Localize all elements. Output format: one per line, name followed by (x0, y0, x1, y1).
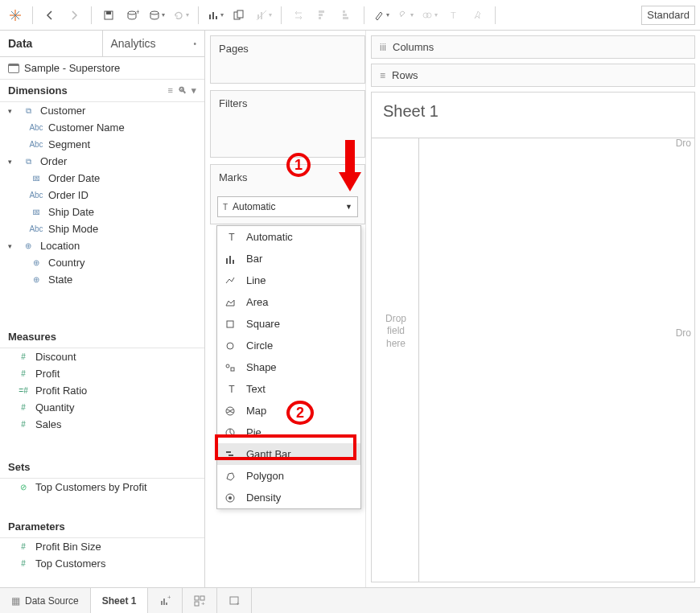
mark-shape[interactable]: Shape (217, 356, 360, 378)
attach-button[interactable] (395, 5, 416, 26)
line-icon (225, 276, 238, 286)
field-ship-mode[interactable]: AbcShip Mode (0, 220, 204, 237)
field-customer-name[interactable]: AbcCustomer Name (0, 119, 204, 136)
field-discount[interactable]: #Discount (0, 348, 204, 365)
svg-rect-17 (319, 17, 321, 19)
measures-title: Measures (8, 331, 56, 343)
tab-sheet1[interactable]: Sheet 1 (91, 588, 149, 613)
mark-density[interactable]: Density (217, 487, 360, 508)
mark-gantt-bar[interactable]: Gantt Bar (217, 443, 360, 465)
mark-automatic[interactable]: TAutomatic (217, 226, 360, 248)
datasource-row[interactable]: Sample - Superstore (0, 57, 204, 80)
back-button[interactable] (39, 5, 60, 26)
svg-point-31 (226, 364, 229, 368)
field-state[interactable]: ⊕State (0, 271, 204, 288)
filters-card[interactable]: Filters (210, 90, 365, 158)
svg-rect-10 (212, 12, 214, 19)
param-profit-bin[interactable]: #Profit Bin Size (0, 538, 204, 555)
duplicate-button[interactable] (229, 5, 250, 26)
svg-rect-40 (163, 599, 165, 605)
tab-data[interactable]: Data (0, 31, 102, 56)
dimensions-pane[interactable]: ▾⧉Customer AbcCustomer Name AbcSegment ▾… (0, 102, 204, 326)
sets-pane[interactable]: ⊘Top Customers by Profit (0, 479, 204, 516)
mark-polygon[interactable]: Polygon (217, 465, 360, 487)
drop-hint-center: Drop field here (378, 313, 414, 351)
field-sales[interactable]: #Sales (0, 416, 204, 433)
pin-button[interactable] (467, 5, 488, 26)
rows-label: Rows (392, 69, 418, 81)
analytics-menu-icon[interactable]: • (193, 39, 196, 48)
text-button[interactable]: T (443, 5, 464, 26)
svg-rect-19 (319, 10, 324, 13)
field-order-date[interactable]: 📅︎Order Date (0, 170, 204, 187)
tab-analytics[interactable]: Analytics• (102, 31, 205, 56)
field-ship-date[interactable]: 📅︎Ship Date (0, 204, 204, 220)
svg-rect-35 (226, 451, 231, 453)
svg-rect-32 (231, 368, 234, 371)
param-top-customers[interactable]: #Top Customers (0, 555, 204, 572)
database-icon (8, 64, 19, 73)
highlight-button[interactable] (371, 5, 392, 26)
dim-group-order[interactable]: ▾⧉Order (0, 153, 204, 170)
mark-text[interactable]: TText (217, 378, 360, 400)
chevron-down-icon: ▼ (345, 203, 352, 211)
search-icon[interactable]: 🔍︎ (178, 85, 187, 96)
sheet-title[interactable]: Sheet 1 (372, 93, 694, 130)
marks-type-select[interactable]: T Automatic ▼ (217, 196, 358, 217)
tab-data-source[interactable]: ▦Data Source (0, 588, 91, 613)
measures-pane[interactable]: #Discount #Profit =#Profit Ratio #Quanti… (0, 348, 204, 456)
mark-map[interactable]: Map (217, 400, 360, 422)
svg-text:+: + (236, 600, 240, 607)
new-dashboard-tab[interactable]: + (183, 588, 217, 613)
field-profit[interactable]: #Profit (0, 365, 204, 382)
sheet-view[interactable]: Sheet 1 Dro Drop field here Dro (371, 92, 695, 582)
mark-pie[interactable]: Pie (217, 422, 360, 443)
sort-asc-button[interactable] (312, 5, 333, 26)
field-order-id[interactable]: AbcOrder ID (0, 187, 204, 204)
swap-button[interactable] (288, 5, 309, 26)
svg-rect-36 (229, 455, 233, 456)
field-profit-ratio[interactable]: =#Profit Ratio (0, 382, 204, 399)
columns-shelf[interactable]: iiiColumns (371, 35, 695, 59)
field-quantity[interactable]: #Quantity (0, 399, 204, 416)
sort-desc-button[interactable] (336, 5, 357, 26)
forward-button[interactable] (64, 5, 84, 26)
gantt-icon (225, 450, 238, 459)
view-toggle-icon[interactable]: ≡ (168, 85, 173, 96)
zoom-select[interactable]: Standard (641, 6, 695, 25)
mark-area[interactable]: Area (217, 291, 360, 313)
dim-group-location[interactable]: ▾⊕Location (0, 237, 204, 254)
svg-text:+: + (136, 10, 139, 16)
parameters-title: Parameters (8, 520, 65, 533)
circle-icon (225, 341, 238, 351)
marks-type-menu: TAutomatic Bar Line Area Square Circle S… (216, 225, 361, 509)
parameters-pane[interactable]: #Profit Bin Size #Top Customers (0, 538, 204, 587)
dim-group-customer[interactable]: ▾⧉Customer (0, 102, 204, 119)
refresh-button[interactable] (171, 5, 191, 26)
mark-square[interactable]: Square (217, 313, 360, 335)
set-top-customers[interactable]: ⊘Top Customers by Profit (0, 479, 204, 496)
svg-point-6 (128, 11, 136, 14)
pages-card[interactable]: Pages (210, 35, 365, 84)
group-button[interactable] (419, 5, 440, 26)
mark-line[interactable]: Line (217, 269, 360, 291)
tableau-logo-icon[interactable] (5, 5, 26, 26)
field-country[interactable]: ⊕Country (0, 254, 204, 271)
rows-shelf[interactable]: ≡Rows (371, 64, 695, 87)
worksheet-canvas: iiiColumns ≡Rows Sheet 1 Dro Drop field … (366, 31, 700, 587)
tab-analytics-label: Analytics (111, 37, 156, 50)
new-worksheet-button[interactable] (205, 5, 226, 26)
save-button[interactable] (98, 5, 119, 26)
data-menu-button[interactable] (146, 5, 167, 26)
field-segment[interactable]: AbcSegment (0, 136, 204, 153)
mark-circle[interactable]: Circle (217, 335, 360, 356)
dimensions-menu-icon[interactable]: ▾ (191, 85, 196, 96)
mark-bar[interactable]: Bar (217, 248, 360, 269)
new-story-tab[interactable]: + (217, 588, 252, 613)
new-worksheet-tab[interactable]: + (148, 588, 183, 613)
sets-title: Sets (8, 461, 30, 473)
clear-button[interactable] (253, 5, 274, 26)
drop-hint: Dro (676, 138, 691, 149)
new-data-button[interactable]: + (122, 5, 143, 26)
svg-rect-13 (237, 10, 243, 18)
